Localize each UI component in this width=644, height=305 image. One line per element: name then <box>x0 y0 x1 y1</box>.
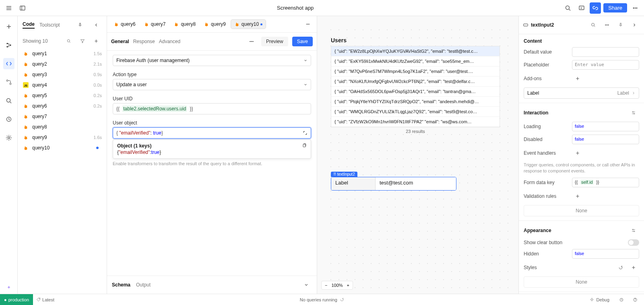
search-rail-icon[interactable] <box>3 95 14 106</box>
form-key-input[interactable]: {{ self.id }} <box>572 178 639 187</box>
debug-button[interactable]: Debug <box>586 297 613 302</box>
expand-icon[interactable] <box>303 131 308 135</box>
query-row[interactable]: query3 0.9s <box>18 69 107 80</box>
add-style-icon[interactable] <box>628 262 639 273</box>
query-row[interactable]: query10 <box>18 143 107 153</box>
disabled-input[interactable]: false <box>572 135 639 144</box>
query-row[interactable]: query6 0.2s <box>18 101 107 111</box>
query-row[interactable]: query9 1.6s <box>18 132 107 143</box>
search-icon[interactable] <box>562 2 574 14</box>
component-badge[interactable]: ⠿ textInput2 <box>331 172 357 177</box>
query-editor-panel: query6query7query8query9query10 General … <box>107 16 317 294</box>
zoom-in-button[interactable]: + <box>345 282 351 288</box>
hidden-input[interactable]: false <box>572 249 639 259</box>
list-item[interactable]: { "uid": "NXoKLfUmxfgQFgbvUW2ckcPT6Nj2",… <box>331 77 500 87</box>
query-row[interactable]: query2 2.1s <box>18 59 107 69</box>
workflow-icon[interactable] <box>3 77 14 88</box>
tab-general[interactable]: General <box>111 39 129 44</box>
users-list[interactable]: { "uid": "EW2z8LpOjhXwYQJuKYGVAVHaStG2",… <box>331 46 500 127</box>
version-tag[interactable]: Latest <box>33 297 58 302</box>
tab-response[interactable]: Response <box>133 39 155 44</box>
loading-input[interactable]: false <box>572 122 639 131</box>
tree-icon[interactable] <box>3 39 14 51</box>
add-query-icon[interactable] <box>91 35 102 47</box>
query-row[interactable]: query8 <box>18 122 107 132</box>
list-item[interactable]: { "uid": "ExKY59Ii1xMwkNlU4dKUfzZweG92",… <box>331 56 500 66</box>
list-item[interactable]: { "uid": "OAHdSx565DOL6pwFOsp5jj31AQr1",… <box>331 87 500 97</box>
filter-icon[interactable] <box>77 35 88 47</box>
share-button[interactable]: Share <box>603 3 627 12</box>
menu-icon[interactable] <box>3 2 14 14</box>
hidden-label: Hidden <box>524 251 569 257</box>
preview-button[interactable]: Preview <box>261 37 288 46</box>
text-input-value[interactable]: test@test.com <box>376 177 456 190</box>
preview-icon[interactable] <box>576 2 587 14</box>
add-icon[interactable] <box>3 21 14 32</box>
chevron-down-icon[interactable] <box>301 279 312 290</box>
tab-code[interactable]: Code <box>23 21 35 29</box>
component-name[interactable]: textInput2 <box>531 22 554 28</box>
clock-icon[interactable] <box>616 294 627 305</box>
close-inspector-icon[interactable] <box>629 19 640 31</box>
svg-point-18 <box>251 41 252 42</box>
text-input-component[interactable]: Label test@test.com <box>331 177 456 191</box>
tab-advanced[interactable]: Advanced <box>159 39 180 44</box>
user-object-input[interactable]: { "emailVerified": true} <box>113 127 311 139</box>
add-event-icon[interactable] <box>572 147 583 159</box>
show-clear-toggle[interactable] <box>628 239 639 246</box>
query-row[interactable]: query5 0.2s <box>18 90 107 101</box>
list-item[interactable]: { "uid": "M7QvP6neS7M7Wlmpn4L5og7K1aF2",… <box>331 66 500 77</box>
collapse-icon[interactable] <box>91 19 102 31</box>
tab-schema[interactable]: Schema <box>112 282 130 288</box>
action-type-select[interactable]: Update a user <box>113 79 311 90</box>
settings-icon[interactable] <box>3 132 14 143</box>
reset-styles-icon[interactable] <box>615 262 626 273</box>
code-icon[interactable] <box>3 58 14 69</box>
add-validation-icon[interactable] <box>572 191 583 202</box>
more-inspector-icon[interactable] <box>601 19 613 31</box>
refresh-icon[interactable] <box>340 297 344 302</box>
more-editor-icon[interactable] <box>246 36 257 47</box>
list-item[interactable]: { "uid": "PtqkjYtleYhDTYZlXqTdrzSRQpO2",… <box>331 97 500 107</box>
query-list-panel: Code Toolscript Showing 10 query1 1.5s q… <box>18 16 107 294</box>
zoom-out-button[interactable]: − <box>323 282 329 288</box>
editor-tab[interactable]: query10 <box>231 19 266 29</box>
user-uid-input[interactable]: {{ table2.selectedRow.users.uid }} <box>113 103 311 114</box>
tab-toolscript[interactable]: Toolscript <box>39 22 60 28</box>
editor-tab[interactable]: query6 <box>110 20 139 29</box>
minimize-icon[interactable] <box>302 19 314 30</box>
pin-icon[interactable] <box>74 19 86 31</box>
add-addon-icon[interactable] <box>572 73 583 84</box>
validation-none: None <box>524 205 639 216</box>
sliders-icon[interactable] <box>628 225 639 236</box>
query-row[interactable]: query7 <box>18 111 107 122</box>
list-item[interactable]: { "uid": "ZVfzW2kO9Mn1hvriW0FN1IItF7PA2"… <box>331 117 500 127</box>
editor-tab[interactable]: query8 <box>170 20 199 29</box>
query-row[interactable]: query1 1.5s <box>18 48 107 59</box>
history-icon[interactable] <box>3 114 14 125</box>
search-queries-icon[interactable] <box>63 35 74 47</box>
styles-none: None <box>524 276 639 288</box>
panels-icon[interactable] <box>17 2 28 14</box>
list-item[interactable]: { "uid": "EW2z8LpOjhXwYQJuKYGVAVHaStG2",… <box>331 46 500 56</box>
help-icon[interactable] <box>630 294 641 305</box>
save-button[interactable]: Save <box>292 37 313 46</box>
query-row[interactable]: JS query4 0.0s <box>18 80 107 90</box>
placeholder-input[interactable]: Enter value <box>572 60 639 70</box>
editor-tab[interactable]: query9 <box>200 20 229 29</box>
resource-select[interactable]: Firebase Auth (user management) <box>113 55 311 66</box>
default-value-input[interactable] <box>572 47 639 57</box>
pin-inspector-icon[interactable] <box>615 19 626 31</box>
canvas-area[interactable]: Users { "uid": "EW2z8LpOjhXwYQJuKYGVAVHa… <box>317 16 518 294</box>
copy-icon[interactable] <box>302 143 307 148</box>
sparkle-icon[interactable] <box>3 282 14 294</box>
editor-tab[interactable]: query7 <box>140 20 169 29</box>
link-icon[interactable] <box>590 2 601 14</box>
more-icon[interactable] <box>630 2 641 14</box>
environment-badge[interactable]: ● production <box>0 294 33 305</box>
search-inspector-icon[interactable] <box>588 19 599 31</box>
sliders-icon[interactable] <box>628 107 639 118</box>
addon-row-label[interactable]: Label Label <box>524 87 639 99</box>
tab-output[interactable]: Output <box>136 282 151 288</box>
list-item[interactable]: { "uid": "WMQLRGDnZYULIZikTLqgLjaz7Q92",… <box>331 107 500 117</box>
